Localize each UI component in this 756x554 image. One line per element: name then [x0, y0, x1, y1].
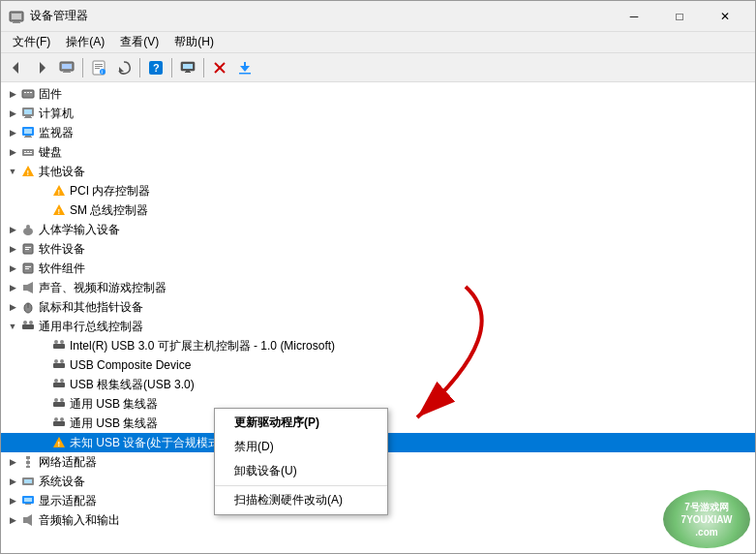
delete-button[interactable] [208, 56, 231, 79]
ctx-uninstall[interactable]: 卸载设备(U) [215, 459, 387, 483]
label-monitor: 监视器 [39, 125, 74, 141]
expand-monitor[interactable]: ▶ [5, 125, 20, 140]
menu-view[interactable]: 查看(V) [112, 33, 166, 52]
svg-rect-91 [24, 498, 32, 502]
tree-item-usb-hub30[interactable]: USB 根集线器(USB 3.0) [1, 375, 755, 394]
ctx-scan-hardware[interactable]: 扫描检测硬件改动(A) [215, 488, 387, 512]
svg-rect-12 [95, 66, 103, 67]
question-button[interactable]: ? [144, 56, 167, 79]
expand-system[interactable]: ▶ [5, 474, 20, 489]
label-usb-hub2: 通用 USB 集线器 [70, 416, 158, 432]
expand-hid[interactable]: ▶ [5, 222, 20, 237]
svg-rect-58 [25, 268, 29, 269]
tree-item-pci[interactable]: ! PCI 内存控制器 [1, 181, 755, 200]
ctx-update-driver[interactable]: 更新驱动程序(P) [215, 411, 387, 435]
tree-item-firmware[interactable]: ▶ 固件 [1, 84, 755, 104]
minimize-button[interactable]: ─ [612, 1, 656, 32]
download-button[interactable] [233, 56, 257, 79]
menu-file[interactable]: 文件(F) [5, 33, 58, 52]
expand-keyboard[interactable]: ▶ [5, 144, 20, 160]
expand-computer[interactable]: ▶ [5, 106, 20, 121]
icon-system [20, 474, 36, 489]
svg-marker-94 [27, 514, 32, 526]
svg-point-80 [60, 417, 64, 421]
svg-rect-59 [23, 285, 27, 291]
svg-point-67 [54, 340, 58, 344]
icon-display [20, 493, 36, 508]
tree-item-usb-ctrl[interactable]: ▼ 通用串行总线控制器 [1, 317, 755, 336]
forward-button[interactable] [30, 56, 53, 79]
svg-rect-63 [22, 324, 34, 329]
svg-rect-85 [26, 466, 30, 468]
expand-mouse[interactable]: ▶ [5, 299, 20, 315]
icon-sound [20, 280, 36, 295]
expand-unknown-usb [36, 435, 51, 450]
svg-rect-3 [13, 22, 20, 23]
expand-audio-io[interactable]: ▶ [5, 512, 20, 528]
svg-point-65 [29, 321, 33, 324]
back-button[interactable] [5, 56, 28, 79]
svg-rect-78 [53, 421, 65, 426]
icon-hid [20, 222, 36, 237]
device-manager-icon-btn[interactable] [55, 56, 78, 79]
tree-item-sound[interactable]: ▶ 声音、视频和游戏控制器 [1, 278, 755, 297]
separator-3 [171, 58, 172, 77]
label-other-devices: 其他设备 [39, 164, 85, 180]
tree-item-intel-usb30[interactable]: Intel(R) USB 3.0 可扩展主机控制器 - 1.0 (Microso… [1, 336, 755, 355]
expand-soft-device[interactable]: ▶ [5, 241, 20, 257]
svg-rect-13 [95, 68, 100, 69]
window-title: 设备管理器 [30, 8, 612, 24]
monitor-button[interactable] [176, 56, 199, 79]
label-sound: 声音、视频和游戏控制器 [39, 280, 166, 296]
properties-button[interactable]: i [87, 56, 110, 79]
maximize-button[interactable]: □ [657, 1, 702, 32]
svg-rect-41 [24, 151, 26, 152]
expand-sm [36, 202, 51, 218]
label-usb-composite: USB Composite Device [70, 358, 191, 372]
tree-item-mouse[interactable]: ▶ 鼠标和其他指针设备 [1, 297, 755, 317]
label-mouse: 鼠标和其他指针设备 [39, 299, 143, 316]
expand-usb-ctrl[interactable]: ▼ [5, 319, 20, 334]
ctx-disable[interactable]: 禁用(D) [215, 435, 387, 459]
tree-item-computer[interactable]: ▶ 计算机 [1, 104, 755, 123]
expand-hub2 [36, 416, 51, 431]
icon-sm: ! [51, 202, 67, 218]
label-computer: 计算机 [39, 106, 74, 122]
tree-item-soft-comp[interactable]: ▶ 软件组件 [1, 259, 755, 278]
refresh-button[interactable] [112, 56, 136, 79]
icon-soft-comp [20, 261, 36, 276]
expand-pci [36, 183, 51, 199]
svg-rect-37 [24, 129, 32, 134]
tree-item-keyboard[interactable]: ▶ 键盘 [1, 142, 755, 162]
menu-help[interactable]: 帮助(H) [166, 33, 222, 52]
svg-rect-27 [239, 73, 251, 75]
svg-rect-11 [95, 64, 103, 65]
close-button[interactable]: ✕ [703, 1, 747, 32]
device-manager-window: 设备管理器 ─ □ ✕ 文件(F) 操作(A) 查看(V) 帮助(H) [0, 0, 756, 554]
svg-text:!: ! [58, 440, 61, 448]
tree-item-hid[interactable]: ▶ 人体学输入设备 [1, 220, 755, 239]
icon-hub2 [51, 416, 67, 431]
expand-network[interactable]: ▶ [5, 454, 20, 470]
svg-rect-7 [62, 64, 72, 69]
svg-rect-66 [53, 344, 65, 349]
label-system: 系统设备 [39, 474, 85, 490]
label-intel-usb30: Intel(R) USB 3.0 可扩展主机控制器 - 1.0 (Microso… [70, 338, 335, 354]
tree-item-monitor[interactable]: ▶ 监视器 [1, 123, 755, 142]
expand-soft-comp[interactable]: ▶ [5, 261, 20, 276]
tree-item-usb-composite[interactable]: USB Composite Device [1, 355, 755, 375]
expand-sound[interactable]: ▶ [5, 280, 20, 295]
tree-item-soft-device[interactable]: ▶ 软件设备 [1, 239, 755, 259]
label-keyboard: 键盘 [39, 144, 62, 161]
expand-firmware[interactable]: ▶ [5, 86, 20, 102]
tree-item-other-devices[interactable]: ▼ ! 其他设备 [1, 162, 755, 181]
icon-monitor [20, 125, 36, 140]
separator-2 [139, 58, 140, 77]
icon-usb-ctrl [20, 319, 36, 334]
svg-rect-29 [24, 92, 26, 93]
tree-item-sm-bus[interactable]: ! SM 总线控制器 [1, 200, 755, 220]
svg-rect-89 [24, 479, 32, 483]
expand-other[interactable]: ▼ [5, 164, 20, 179]
menu-action[interactable]: 操作(A) [58, 33, 112, 52]
expand-display[interactable]: ▶ [5, 493, 20, 508]
